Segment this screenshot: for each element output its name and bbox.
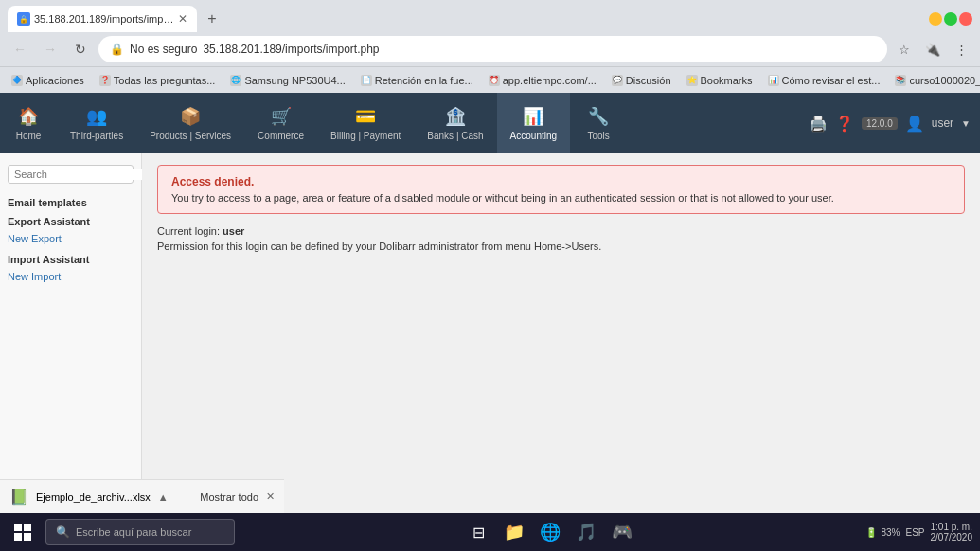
bookmark-samsung-label: Samsung NP530U4...: [244, 75, 345, 86]
bookmark-revisar-label: Cómo revisar el est...: [782, 75, 881, 86]
bookmark-tiempo[interactable]: ⏰ app.eltiempo.com/...: [485, 73, 600, 88]
tiempo-favicon: ⏰: [489, 75, 500, 86]
user-icon: 👤: [905, 115, 924, 133]
taskbar-left: 🔍 Escribe aquí para buscar: [0, 513, 235, 551]
bookmark-discusion[interactable]: 💬 Discusión: [608, 73, 675, 88]
nav-home[interactable]: 🏠 Home: [0, 93, 57, 153]
close-button[interactable]: [959, 12, 972, 26]
taskbar-search[interactable]: 🔍 Escribe aquí para buscar: [45, 519, 235, 545]
extension-icon[interactable]: 🔌: [921, 38, 944, 61]
taskbar-spotify[interactable]: 🎵: [569, 515, 603, 549]
minimize-button[interactable]: [929, 12, 942, 26]
import-assistant-section: Import Assistant: [0, 248, 141, 267]
bookmark-apps[interactable]: 🔷 Aplicaciones: [8, 73, 88, 88]
taskbar-task-view[interactable]: ⊟: [461, 515, 495, 549]
bookmark-revisar[interactable]: 📊 Cómo revisar el est...: [764, 73, 884, 88]
login-info: Current login: user: [157, 225, 965, 237]
bookmark-samsung[interactable]: 🌐 Samsung NP530U4...: [226, 73, 348, 88]
permission-info: Permission for this login can be defined…: [157, 240, 965, 252]
commerce-icon: 🛒: [271, 106, 292, 127]
app-body: 🏠 Home 👥 Third-parties 📦 Products | Serv…: [0, 93, 980, 489]
bookmark-apps-label: Aplicaciones: [26, 75, 84, 86]
security-icon: 🔒: [110, 43, 124, 56]
taskbar-chrome[interactable]: 🌐: [533, 515, 567, 549]
main-content: Access denied. You try to access to a pa…: [142, 153, 980, 489]
time-display: 1:01 p. m.: [931, 522, 973, 532]
download-bar: 📗 Ejemplo_de_archiv...xlsx ▲ Mostrar tod…: [0, 479, 284, 513]
bookmark-bookmarks[interactable]: ⭐ Bookmarks: [683, 73, 757, 88]
export-assistant-section: Export Assistant: [0, 210, 141, 229]
svg-rect-0: [14, 524, 22, 531]
bookmark-bookmarks-label: Bookmarks: [701, 75, 753, 86]
bookmark-tiempo-label: app.eltiempo.com/...: [503, 75, 597, 86]
products-icon: 📦: [180, 106, 201, 127]
taskbar-files[interactable]: 📁: [497, 515, 531, 549]
browser-window: 🔒 35.188.201.189/imports/import.php ✕ + …: [0, 0, 980, 489]
nav-tools-label: Tools: [587, 131, 609, 141]
nav-products-label: Products | Services: [150, 131, 231, 141]
forward-button[interactable]: →: [38, 37, 62, 62]
user-label[interactable]: user: [932, 116, 953, 130]
questions-favicon: ❓: [99, 75, 111, 86]
date-display: 2/07/2020: [931, 532, 973, 542]
search-input[interactable]: [14, 169, 145, 180]
discusion-favicon: 💬: [612, 75, 623, 86]
bookmark-retencion-label: Retención en la fue...: [375, 75, 473, 86]
refresh-button[interactable]: ↻: [68, 37, 93, 62]
bookmark-questions-label: Todas las preguntas...: [114, 75, 216, 86]
nav-commerce[interactable]: 🛒 Commerce: [244, 93, 317, 153]
battery-percentage: 83%: [881, 527, 900, 538]
svg-rect-2: [14, 533, 22, 541]
clock: 1:01 p. m. 2/07/2020: [931, 522, 973, 542]
battery-info: 🔋 83%: [865, 527, 900, 538]
access-denied-alert: Access denied. You try to access to a pa…: [157, 165, 965, 214]
url-text: No es seguro: [130, 43, 197, 56]
start-button[interactable]: [4, 513, 42, 551]
home-icon: 🏠: [18, 106, 39, 127]
third-parties-icon: 👥: [86, 106, 107, 127]
address-bar-row: ← → ↻ 🔒 No es seguro 35.188.201.189/impo…: [0, 32, 980, 66]
taskbar-center: ⊟ 📁 🌐 🎵 🎮: [461, 515, 639, 549]
address-bar[interactable]: 🔒 No es seguro 35.188.201.189/imports/im…: [98, 36, 887, 62]
taskbar-right: 🔋 83% ESP 1:01 p. m. 2/07/2020: [865, 522, 980, 542]
show-all-button[interactable]: Mostrar todo: [200, 491, 258, 503]
nav-banks[interactable]: 🏦 Banks | Cash: [414, 93, 496, 153]
print-icon[interactable]: 🖨️: [809, 115, 828, 133]
taskbar: 🔍 Escribe aquí para buscar ⊟ 📁 🌐 🎵 🎮 🔋 8…: [0, 513, 980, 551]
taskbar-search-label: Escribe aquí para buscar: [76, 526, 191, 538]
help-icon[interactable]: ❓: [835, 115, 854, 133]
accounting-icon: 📊: [523, 106, 543, 127]
nav-third-parties[interactable]: 👥 Third-parties: [57, 93, 136, 153]
alert-title: Access denied.: [171, 175, 951, 188]
sidebar-search[interactable]: 🔍: [8, 165, 134, 184]
new-import-link[interactable]: New Import: [0, 267, 141, 286]
bookmark-curso[interactable]: 📚 curso1000020_Fisic...: [891, 73, 980, 88]
sidebar: 🔍 Email templates Export Assistant New E…: [0, 153, 142, 489]
download-chevron[interactable]: ▲: [158, 491, 169, 503]
bookmark-retencion[interactable]: 📄 Retención en la fue...: [357, 73, 477, 88]
maximize-button[interactable]: [944, 12, 957, 26]
download-filename: Ejemplo_de_archiv...xlsx: [36, 491, 151, 503]
new-export-link[interactable]: New Export: [0, 229, 141, 248]
nav-products[interactable]: 📦 Products | Services: [136, 93, 244, 153]
tools-icon: 🔧: [588, 106, 609, 127]
user-dropdown-icon[interactable]: ▼: [961, 118, 971, 129]
tab-close-icon[interactable]: ✕: [178, 12, 187, 26]
active-tab[interactable]: 🔒 35.188.201.189/imports/import.php ✕: [8, 6, 197, 32]
bookmark-questions[interactable]: ❓ Todas las preguntas...: [96, 73, 220, 88]
bookmark-icon[interactable]: ☆: [893, 38, 916, 61]
nav-accounting[interactable]: 📊 Accounting: [497, 93, 570, 153]
back-button[interactable]: ←: [8, 37, 32, 62]
nav-billing-label: Billing | Payment: [330, 131, 401, 141]
username-value: user: [223, 225, 244, 237]
taskbar-game[interactable]: 🎮: [605, 515, 639, 549]
url-path: 35.188.201.189/imports/import.php: [203, 43, 379, 56]
window-controls: [929, 12, 972, 26]
nav-billing[interactable]: 💳 Billing | Payment: [317, 93, 414, 153]
nav-tools[interactable]: 🔧 Tools: [570, 93, 627, 153]
search-icon: 🔍: [56, 525, 70, 539]
new-tab-button[interactable]: +: [199, 6, 225, 32]
bookmarks-favicon: ⭐: [686, 75, 698, 86]
download-close-icon[interactable]: ✕: [266, 490, 275, 503]
more-options-icon[interactable]: ⋮: [950, 38, 972, 61]
